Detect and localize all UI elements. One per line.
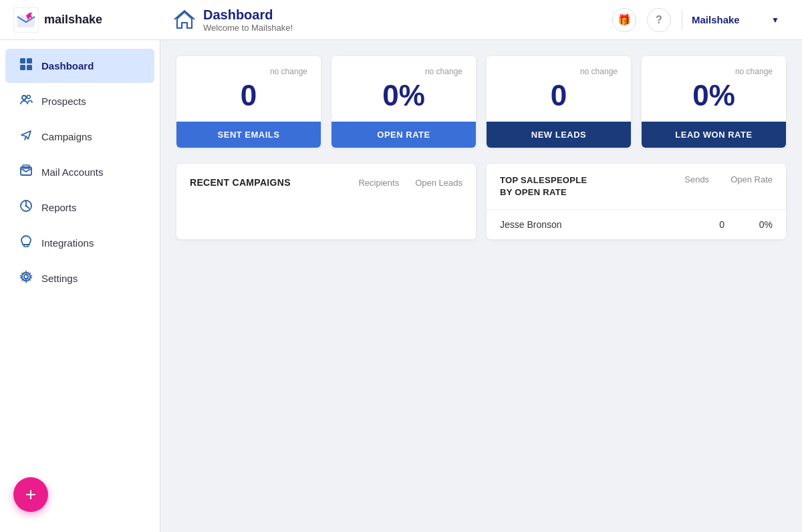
- stat-no-change-open: no change: [345, 67, 462, 76]
- stat-card-sent-emails: no change 0 SENT EMAILS: [176, 56, 321, 148]
- dashboard-icon: [19, 57, 33, 74]
- salespeople-header: TOP SALESPEOPLE BY OPEN RATE Sends Open …: [487, 164, 786, 210]
- logo-text: mailshake: [44, 13, 102, 27]
- sent-emails-button[interactable]: SENT EMAILS: [176, 122, 321, 148]
- sidebar-item-settings[interactable]: Settings: [5, 261, 154, 295]
- lead-won-rate-button[interactable]: LEAD WON RATE: [642, 122, 786, 148]
- svg-rect-5: [27, 65, 32, 70]
- sidebar-item-label: Dashboard: [41, 60, 94, 72]
- page-title: Dashboard: [203, 7, 293, 23]
- salesperson-name: Jesse Bronson: [500, 219, 562, 230]
- stat-card-new-leads: no change 0 NEW LEADS: [487, 56, 631, 148]
- sidebar-item-label: Settings: [41, 273, 78, 284]
- account-dropdown[interactable]: Mailshake ▼: [682, 10, 789, 29]
- col-label-open-leads: Open Leads: [415, 178, 462, 188]
- top-navigation: mailshake Dashboard Welcome to Mailshake…: [0, 0, 802, 40]
- stat-value-sent: 0: [190, 79, 307, 112]
- reports-icon: [19, 199, 33, 216]
- sidebar-item-label: Reports: [41, 202, 77, 213]
- bottom-row: RECENT CAMPAIGNS Recipients Open Leads T…: [176, 164, 786, 239]
- stat-card-lead-won-rate: no change 0% LEAD WON RATE: [642, 56, 786, 148]
- page-subtitle: Welcome to Mailshake!: [203, 23, 293, 33]
- sidebar-item-label: Campaigns: [41, 131, 92, 142]
- svg-point-7: [27, 96, 31, 99]
- stat-no-change-sent: no change: [190, 67, 307, 76]
- salespeople-col-labels: Sends Open Rate: [684, 174, 773, 184]
- topnav-title-block: Dashboard Welcome to Mailshake!: [203, 7, 293, 33]
- open-rate-button[interactable]: OPEN RATE: [331, 122, 476, 148]
- sidebar-item-mail-accounts[interactable]: Mail Accounts: [5, 155, 154, 189]
- campaigns-icon: [19, 128, 33, 145]
- sidebar-item-campaigns[interactable]: Campaigns: [5, 120, 154, 154]
- salesperson-open-rate: 0%: [746, 219, 773, 230]
- sidebar-item-integrations[interactable]: Integrations: [5, 226, 154, 260]
- stat-value-leads: 0: [500, 79, 618, 112]
- topnav-right: 🎁 ? Mailshake ▼: [612, 8, 789, 32]
- help-button[interactable]: ?: [647, 8, 671, 32]
- recent-campaigns-title: RECENT CAMPAIGNS: [190, 177, 291, 188]
- top-salespeople-card: TOP SALESPEOPLE BY OPEN RATE Sends Open …: [487, 164, 786, 239]
- stat-card-open-rate: no change 0% OPEN RATE: [331, 56, 476, 148]
- sidebar: Dashboard Prospects Campaigns: [0, 40, 160, 532]
- mailshake-logo-icon: [13, 7, 39, 33]
- stat-no-change-leads: no change: [500, 67, 618, 76]
- col-label-sends: Sends: [684, 174, 709, 184]
- svg-point-6: [22, 96, 26, 100]
- main-layout: Dashboard Prospects Campaigns: [0, 40, 802, 532]
- sidebar-item-prospects[interactable]: Prospects: [5, 84, 154, 118]
- settings-icon: [19, 270, 33, 287]
- mail-accounts-icon: [19, 164, 33, 180]
- col-label-open-rate: Open Rate: [730, 174, 773, 184]
- integrations-icon: [19, 235, 33, 251]
- svg-rect-3: [27, 58, 32, 63]
- svg-point-11: [25, 205, 27, 207]
- topnav-center: Dashboard Welcome to Mailshake!: [174, 7, 612, 33]
- stat-no-change-won: no change: [655, 67, 773, 76]
- sidebar-item-label: Prospects: [41, 96, 86, 107]
- fab-add-button[interactable]: +: [13, 477, 48, 512]
- chevron-down-icon: ▼: [771, 15, 779, 25]
- sidebar-item-label: Integrations: [41, 237, 94, 249]
- svg-rect-4: [20, 65, 25, 70]
- account-name: Mailshake: [692, 14, 740, 25]
- prospects-icon: [19, 93, 33, 110]
- logo-area: mailshake: [13, 7, 174, 33]
- gift-button[interactable]: 🎁: [612, 8, 636, 32]
- recent-campaigns-card: RECENT CAMPAIGNS Recipients Open Leads: [176, 164, 476, 239]
- house-icon: [174, 9, 195, 31]
- svg-point-12: [24, 275, 28, 279]
- svg-rect-2: [20, 58, 25, 63]
- sidebar-item-reports[interactable]: Reports: [5, 190, 154, 225]
- salespeople-row: Jesse Bronson 0 0%: [487, 210, 786, 239]
- plus-icon: +: [25, 485, 36, 504]
- col-label-recipients: Recipients: [358, 178, 399, 188]
- gift-icon: 🎁: [618, 13, 631, 26]
- sidebar-item-label: Mail Accounts: [41, 166, 104, 178]
- new-leads-button[interactable]: NEW LEADS: [487, 122, 631, 148]
- stat-cards-row: no change 0 SENT EMAILS no change 0% OPE…: [176, 56, 786, 148]
- sidebar-item-dashboard[interactable]: Dashboard: [5, 49, 154, 83]
- salesperson-values: 0 0%: [698, 219, 773, 230]
- stat-value-open: 0%: [345, 79, 462, 112]
- salespeople-title: TOP SALESPEOPLE BY OPEN RATE: [500, 174, 593, 198]
- main-content: no change 0 SENT EMAILS no change 0% OPE…: [160, 40, 802, 532]
- salesperson-sends: 0: [698, 219, 724, 230]
- help-icon: ?: [656, 14, 662, 26]
- stat-value-won: 0%: [655, 79, 773, 112]
- recent-campaigns-col-labels: Recipients Open Leads: [358, 178, 462, 188]
